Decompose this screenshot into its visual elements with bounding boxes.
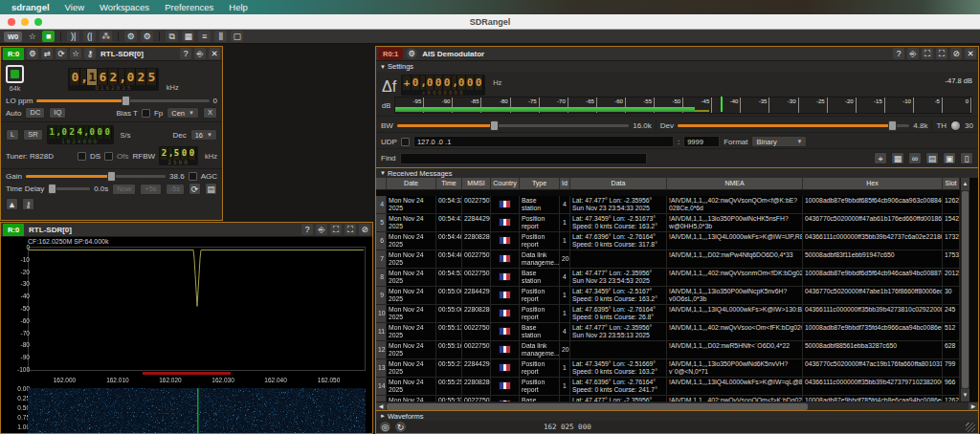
hide-window-icon[interactable]: ⊘	[950, 48, 962, 59]
column-header-date[interactable]: Date	[387, 178, 436, 190]
maximize-window-icon[interactable]: ⛶	[345, 224, 356, 235]
cell-time[interactable]: 00:54:46	[436, 250, 462, 269]
save-icon[interactable]: ▤	[925, 152, 939, 164]
l-button[interactable]: L	[6, 129, 19, 141]
digit[interactable]: 5	[173, 147, 181, 160]
digit[interactable]: 6	[98, 69, 108, 85]
spectrum-display[interactable]: CF:162.0250M SP:64.000k 0-10-20-30-40-50…	[1, 237, 372, 433]
udp-port-input[interactable]: 9999	[683, 136, 720, 147]
tabify-windows-icon[interactable]: ⫼	[214, 31, 227, 42]
sample-rate-display[interactable]: 1,024,0001024000	[47, 125, 114, 144]
help-icon[interactable]: ?	[301, 224, 313, 235]
column-header-data[interactable]: Data	[570, 178, 667, 190]
decimation-select[interactable]: 16▼	[190, 129, 217, 141]
cell-country[interactable]	[491, 269, 520, 287]
cell-type[interactable]: Data link manageme...	[520, 341, 560, 359]
cell-mmsi[interactable]: 228442900	[462, 359, 491, 378]
cell-slot[interactable]: 1732	[943, 232, 960, 250]
column-header-slot[interactable]: Slot	[943, 178, 960, 190]
cell-type[interactable]: Data link manageme...	[520, 250, 560, 269]
cell-slot[interactable]: 1753	[943, 250, 960, 269]
cell-id[interactable]: 20	[560, 250, 570, 269]
add-tx-device-icon[interactable]: (|	[83, 31, 96, 42]
cell-country[interactable]	[491, 305, 520, 323]
minus-5s-button[interactable]: -5s	[166, 184, 185, 195]
cell-data[interactable]: Lat: 47.6395° Lon: -2.76164° Speed: 0 kn…	[570, 305, 667, 323]
cell-mmsi[interactable]: 228442900	[462, 287, 491, 305]
cell-hex[interactable]: 50008adbf88561ebba3287c650	[803, 341, 943, 359]
cell-nmea[interactable]: !AIVDM,1,1,,,13io350P00wlNd6K5nvVH?v`0@<…	[667, 359, 803, 378]
maximize-window-icon[interactable]: ⛶	[936, 48, 947, 59]
cell-nmea[interactable]: !AIVDM,1,1,,,D02:nwR5HNfr<`O6D0,4*22	[667, 341, 803, 359]
cell-time[interactable]: 00:55:13	[436, 323, 462, 341]
cell-country[interactable]	[491, 359, 520, 378]
start-stop-button[interactable]	[6, 65, 24, 83]
gain-slider[interactable]	[26, 175, 166, 178]
cell-slot[interactable]: 30	[943, 287, 960, 305]
bias-t-checkbox[interactable]	[142, 109, 150, 118]
resize-grip[interactable]	[966, 423, 975, 432]
cell-data[interactable]: Lat: 47.477° Lon: -2.35956° Sun Nov 23 2…	[570, 196, 667, 214]
cell-mmsi[interactable]: 228082800	[462, 305, 491, 323]
cell-type[interactable]: Position report (Scheduled)	[520, 359, 560, 378]
plus-5s-button[interactable]: +5s	[140, 184, 161, 195]
tile-windows-icon[interactable]: ▦	[182, 31, 194, 42]
digit[interactable]: 2	[69, 126, 77, 139]
digit[interactable]: 0	[466, 76, 475, 90]
frequency-offset-display[interactable]: +0,000,000+0000000	[401, 75, 485, 96]
clear-messages-icon[interactable]: ▯	[960, 152, 973, 164]
cell-mmsi[interactable]: 002275070	[462, 269, 491, 287]
scroll-up-icon[interactable]: ▲	[961, 178, 969, 190]
cell-id[interactable]: 1	[560, 359, 570, 378]
cell-hex[interactable]: 10008adb87e9bbdf685f64cb906caa963c00884e…	[803, 196, 943, 214]
cell-date[interactable]: Mon Nov 24 2025	[387, 341, 436, 359]
menu-item-view[interactable]: View	[65, 2, 84, 12]
scope-view-icon[interactable]: ⌖	[874, 152, 887, 164]
cell-nmea[interactable]: !AIVDM,1,1,,,402:nwQvVsoo<Om<fFK:bDg026s…	[667, 323, 803, 341]
replay-loop-icon[interactable]: ⟳	[189, 183, 201, 195]
save-icon[interactable]: ▤	[205, 183, 217, 195]
cell-mmsi[interactable]: 002275070	[462, 341, 491, 359]
sync-frequency-icon[interactable]: ↻	[394, 421, 407, 433]
gear-icon[interactable]: ⚙	[27, 48, 38, 59]
scrollbar-thumb[interactable]	[387, 403, 808, 410]
column-header-hex[interactable]: Hex	[803, 178, 943, 190]
cell-nmea[interactable]: !AIVDM,1,1,,,402:nwQvVsonmOm<fDK:bDg028O…	[667, 269, 803, 287]
vertical-scrollbar[interactable]: ▲ ▼	[960, 178, 969, 401]
cell-id[interactable]: 4	[560, 269, 570, 287]
bw-slider[interactable]	[397, 124, 629, 127]
menu-app-name[interactable]: sdrangel	[11, 2, 50, 12]
cell-mmsi[interactable]: 228082800	[462, 378, 491, 396]
reload-device-icon[interactable]: ⟳	[56, 48, 67, 59]
cell-mmsi[interactable]: 002275070	[462, 323, 491, 341]
help-icon[interactable]: ?	[180, 48, 191, 59]
maximize-window-icon[interactable]: ▢	[231, 31, 243, 42]
rf-bandwidth-display[interactable]: 2,5002500	[159, 146, 198, 165]
zoom-window-icon[interactable]	[34, 18, 42, 26]
ais-window-header[interactable]: R0:1 ⚙ AIS Demodulator ? ⎆ ⛶ ⛶ ⊘ ✕	[376, 47, 978, 61]
cell-type[interactable]: Position report (Scheduled)	[520, 232, 560, 250]
digit[interactable]: 0	[70, 69, 80, 85]
time-delay-slider[interactable]	[48, 187, 90, 190]
digit[interactable]: 0	[426, 76, 434, 90]
target-frequency-icon[interactable]: ◎	[379, 421, 391, 433]
column-header-id[interactable]: Id	[560, 178, 570, 190]
center-frequency-display[interactable]: 0,162,0250162025	[68, 68, 159, 91]
scrollbar-thumb[interactable]	[962, 191, 969, 388]
cell-time[interactable]: 00:54:46	[436, 232, 462, 250]
change-device-icon[interactable]: ⇄	[41, 48, 53, 59]
add-rx-device-icon[interactable]: )|	[67, 31, 79, 42]
spectrum-trace[interactable]	[29, 248, 365, 370]
cell-id[interactable]: 4	[560, 196, 570, 214]
stack-windows-icon[interactable]: ≡	[198, 31, 211, 42]
digit[interactable]: 2	[136, 69, 146, 85]
cell-nmea[interactable]: !AIVDM,1,1,,,402:nwQvVsonQOm<f@K:bE?028C…	[667, 196, 803, 214]
menu-item-help[interactable]: Help	[229, 2, 248, 12]
cell-hex[interactable]: 04366111c000000ff35bb39b4273810c02922008…	[803, 305, 943, 323]
cell-mmsi[interactable]: 002275070	[462, 196, 491, 214]
x-button[interactable]: X	[203, 107, 217, 119]
cell-data[interactable]: Lat: 47.6396° Lon: -2.76164° Speed: 0 kn…	[570, 378, 667, 396]
digit[interactable]: 4	[77, 126, 84, 139]
digit[interactable]: 0	[89, 126, 97, 139]
cell-slot[interactable]: 2012	[943, 269, 960, 287]
